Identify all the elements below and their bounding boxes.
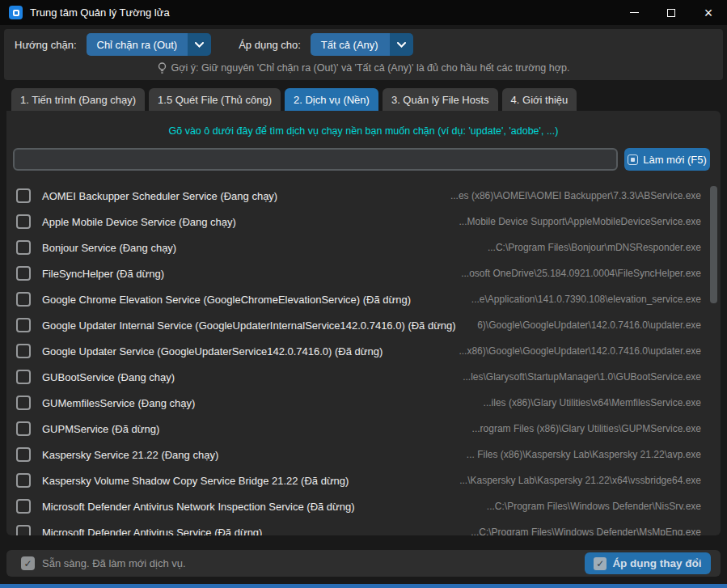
service-list: AOMEI Backupper Scheduler Service (Đang … <box>6 183 721 535</box>
filter-row: Hướng chặn: Chỉ chặn ra (Out) Áp dụng ch… <box>15 32 723 57</box>
maximize-icon <box>667 9 675 17</box>
service-row: Google Chrome Elevation Service (GoogleC… <box>6 286 721 312</box>
service-row: Bonjour Service (Đang chạy) ...C:\Progra… <box>6 235 721 260</box>
status-text: Sẵn sàng. Đã làm mới dịch vụ. <box>42 557 186 569</box>
target-dropdown[interactable]: Tất cả (Any) <box>311 33 413 56</box>
service-row: Google Updater Internal Service (GoogleU… <box>6 312 721 338</box>
target-dropdown-value: Tất cả (Any) <box>311 33 390 56</box>
service-checkbox[interactable] <box>16 214 31 229</box>
service-row: AOMEI Backupper Scheduler Service (Đang … <box>6 183 721 209</box>
service-path: ...rogram Files (x86)\Glary Utilities\GU… <box>472 423 701 434</box>
service-name: Apple Mobile Device Service (Đang chạy) <box>42 216 236 228</box>
tab-processes[interactable]: 1. Tiến trình (Đang chạy) <box>11 88 145 111</box>
refresh-button[interactable]: Làm mới (F5) <box>624 148 710 171</box>
service-path: ...C:\Program Files\Windows Defender\MsM… <box>471 527 701 535</box>
service-row: Microsoft Defender Antivirus Service (Đã… <box>6 519 721 535</box>
tab-hosts-file[interactable]: 3. Quản lý File Hosts <box>383 88 498 111</box>
direction-label: Hướng chặn: <box>15 39 77 51</box>
service-path: ...x86)\Google\GoogleUpdater\142.0.7416.… <box>459 345 701 357</box>
service-path: ...\Kaspersky Lab\Kaspersky 21.22\x64\vs… <box>459 475 701 486</box>
apply-button-label: Áp dụng thay đổi <box>612 557 701 569</box>
service-name: FileSyncHelper (Đã dừng) <box>42 268 164 280</box>
service-path: ... Files (x86)\Kaspersky Lab\Kaspersky … <box>467 449 701 460</box>
service-row: Google Updater Service (GoogleUpdaterSer… <box>6 338 721 364</box>
service-checkbox[interactable] <box>16 447 31 462</box>
tab-services[interactable]: 2. Dịch vụ (Nền) <box>285 88 378 111</box>
service-checkbox[interactable] <box>16 525 31 535</box>
lightbulb-icon <box>158 62 167 74</box>
window-title: Trung tâm Quản lý Tường lửa <box>30 6 170 19</box>
service-checkbox[interactable] <box>16 188 31 203</box>
service-name: Kaspersky Volume Shadow Copy Service Bri… <box>42 475 349 487</box>
service-path: ...es (x86)\AOMEI\AOMEI Backupper\7.3.3\… <box>450 190 701 201</box>
direction-dropdown-value: Chỉ chặn ra (Out) <box>87 33 188 56</box>
minimize-icon <box>630 12 639 13</box>
service-name: Google Updater Service (GoogleUpdaterSer… <box>42 345 383 357</box>
service-row: GUBootService (Đang chạy) ...les\Glaryso… <box>6 364 721 390</box>
refresh-button-label: Làm mới (F5) <box>643 154 707 166</box>
service-row: Kaspersky Volume Shadow Copy Service Bri… <box>6 467 721 493</box>
chevron-down-icon <box>390 33 413 56</box>
titlebar: Trung tâm Quản lý Tường lửa × <box>0 0 727 25</box>
service-checkbox[interactable] <box>16 292 31 307</box>
tab-about[interactable]: 4. Giới thiệu <box>502 88 577 111</box>
search-instruction: Gõ vào ô dưới đây để tìm dịch vụ chạy nề… <box>6 125 721 137</box>
service-name: AOMEI Backupper Scheduler Service (Đang … <box>42 190 277 202</box>
service-checkbox[interactable] <box>16 240 31 255</box>
close-button[interactable]: × <box>690 0 727 25</box>
service-path: ...e\Application\141.0.7390.108\elevatio… <box>471 294 701 305</box>
scrollbar-thumb[interactable] <box>710 186 717 303</box>
hint-row: Gợi ý: Giữ nguyên 'Chỉ chặn ra (Out)' và… <box>4 59 723 77</box>
service-row: Microsoft Defender Antivirus Network Ins… <box>6 493 721 519</box>
statusbar: ✓ Sẵn sàng. Đã làm mới dịch vụ. ✓ Áp dụn… <box>6 550 721 577</box>
service-checkbox[interactable] <box>16 344 31 358</box>
service-path: ...Mobile Device Support\AppleMobileDevi… <box>459 216 701 227</box>
maximize-button[interactable] <box>653 0 690 25</box>
service-name: GUMemfilesService (Đang chạy) <box>42 397 195 409</box>
service-path: 6)\Google\GoogleUpdater\142.0.7416.0\upd… <box>477 319 701 331</box>
target-label: Áp dụng cho: <box>239 39 301 51</box>
service-name: Microsoft Defender Antivirus Service (Đã… <box>42 527 262 536</box>
app-icon <box>9 6 23 19</box>
service-name: GUPMService (Đã dừng) <box>42 423 159 435</box>
service-row: FileSyncHelper (Đã dừng) ...osoft OneDri… <box>6 260 721 286</box>
service-path: ...C:\Program Files\Bonjour\mDNSResponde… <box>488 242 701 253</box>
service-path: ...iles (x86)\Glary Utilities\x64\Memfil… <box>484 397 701 408</box>
services-panel: Gõ vào ô dưới đây để tìm dịch vụ chạy nề… <box>6 111 721 535</box>
service-name: Kaspersky Service 21.22 (Đang chạy) <box>42 449 218 461</box>
service-row: GUPMService (Đã dừng) ...rogram Files (x… <box>6 416 721 442</box>
apply-check-icon: ✓ <box>594 557 607 570</box>
service-path: ...les\Glarysoft\StartupManager\1.0\GUBo… <box>463 371 701 383</box>
service-name: GUBootService (Đang chạy) <box>42 371 175 383</box>
service-checkbox[interactable] <box>16 266 31 281</box>
service-checkbox[interactable] <box>16 421 31 436</box>
status-check-icon: ✓ <box>21 556 35 570</box>
service-path: ...osoft OneDrive\25.184.0921.0004\FileS… <box>461 268 701 279</box>
service-name: Google Updater Internal Service (GoogleU… <box>42 319 456 332</box>
refresh-icon <box>628 154 638 165</box>
minimize-button[interactable] <box>615 0 653 25</box>
service-row: Apple Mobile Device Service (Đang chạy) … <box>6 209 721 235</box>
apply-changes-button[interactable]: ✓ Áp dụng thay đổi <box>585 552 711 574</box>
service-row: Kaspersky Service 21.22 (Đang chạy) ... … <box>6 442 721 467</box>
service-name: Google Chrome Elevation Service (GoogleC… <box>42 294 411 306</box>
search-input[interactable] <box>13 148 618 171</box>
service-checkbox[interactable] <box>16 318 31 332</box>
service-row: GUMemfilesService (Đang chạy) ...iles (x… <box>6 390 721 416</box>
tab-scan-file[interactable]: 1.5 Quét File (Thủ công) <box>149 88 281 111</box>
window-controls: × <box>615 0 727 25</box>
chevron-down-icon <box>188 33 211 56</box>
service-checkbox[interactable] <box>16 499 31 514</box>
direction-dropdown[interactable]: Chỉ chặn ra (Out) <box>87 33 212 56</box>
hint-text: Gợi ý: Giữ nguyên 'Chỉ chặn ra (Out)' và… <box>171 62 570 74</box>
service-name: Microsoft Defender Antivirus Network Ins… <box>42 501 355 513</box>
service-name: Bonjour Service (Đang chạy) <box>42 242 176 254</box>
filter-strip: Hướng chặn: Chỉ chặn ra (Out) Áp dụng ch… <box>4 29 723 80</box>
tabbar: 1. Tiến trình (Đang chạy) 1.5 Quét File … <box>11 88 577 111</box>
close-icon: × <box>704 6 713 20</box>
service-checkbox[interactable] <box>16 396 31 410</box>
service-checkbox[interactable] <box>16 370 31 384</box>
search-row: Làm mới (F5) <box>13 148 710 171</box>
service-checkbox[interactable] <box>16 473 31 488</box>
window-bottom-border <box>0 584 727 588</box>
